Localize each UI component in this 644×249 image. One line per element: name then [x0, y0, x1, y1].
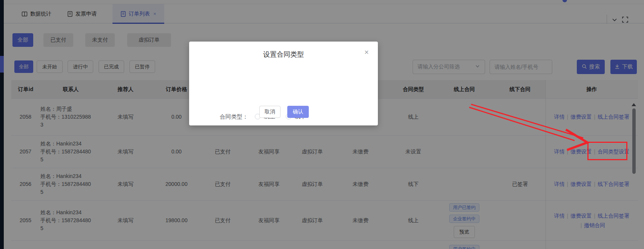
- contract-type-field: 合同类型： 线上 线下: [189, 113, 378, 121]
- cancel-button[interactable]: 取消: [259, 106, 280, 118]
- set-contract-type-dialog: 设置合同类型 × 合同类型： 线上 线下 取消 确认: [189, 42, 378, 125]
- field-label: 合同类型：: [219, 113, 248, 121]
- dialog-title: 设置合同类型: [189, 50, 378, 59]
- annotation-highlight-box: [587, 142, 627, 160]
- confirm-button[interactable]: 确认: [287, 106, 309, 118]
- close-icon[interactable]: ×: [364, 48, 369, 56]
- order-list-page: 数据统计 发票申请 订单列表 × 全部 已支付 未支付 虚拟订单: [0, 0, 644, 249]
